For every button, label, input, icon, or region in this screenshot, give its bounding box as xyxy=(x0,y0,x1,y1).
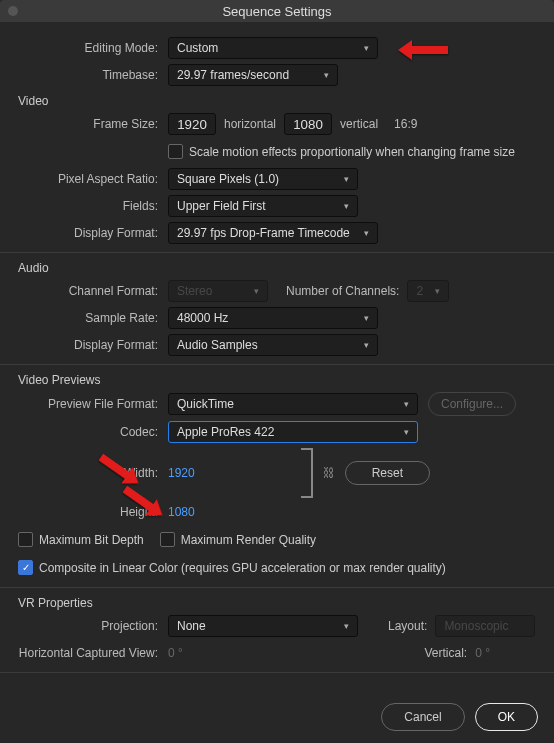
projection-select[interactable]: None ▾ xyxy=(168,615,358,637)
bracket-icon xyxy=(301,448,313,498)
cancel-button[interactable]: Cancel xyxy=(381,703,464,731)
width-label: Width: xyxy=(16,466,168,480)
chevron-down-icon: ▾ xyxy=(364,313,369,323)
preview-file-format-label: Preview File Format: xyxy=(16,397,168,411)
chevron-down-icon: ▾ xyxy=(344,174,349,184)
link-icon[interactable]: ⛓ xyxy=(323,466,335,480)
num-channels-label: Number of Channels: xyxy=(286,284,399,298)
vr-section-header: VR Properties xyxy=(18,596,538,610)
video-display-format-select[interactable]: 29.97 fps Drop-Frame Timecode ▾ xyxy=(168,222,378,244)
projection-label: Projection: xyxy=(16,619,168,633)
timebase-label: Timebase: xyxy=(16,68,168,82)
chevron-down-icon: ▾ xyxy=(344,201,349,211)
editing-mode-label: Editing Mode: xyxy=(16,41,168,55)
titlebar[interactable]: Sequence Settings xyxy=(0,0,554,22)
fields-label: Fields: xyxy=(16,199,168,213)
previews-section-header: Video Previews xyxy=(18,373,538,387)
close-icon[interactable] xyxy=(8,6,18,16)
chevron-down-icon: ▾ xyxy=(404,427,409,437)
checkbox-icon: ✓ xyxy=(18,560,33,575)
frame-size-label: Frame Size: xyxy=(16,117,168,131)
chevron-down-icon: ▾ xyxy=(364,340,369,350)
frame-width-input[interactable] xyxy=(168,113,216,135)
num-channels-select: 2 ▾ xyxy=(407,280,449,302)
scale-motion-checkbox[interactable]: Scale motion effects proportionally when… xyxy=(168,144,515,159)
audio-section-header: Audio xyxy=(18,261,538,275)
channel-format-select: Stereo ▾ xyxy=(168,280,268,302)
checkbox-icon xyxy=(160,532,175,547)
channel-format-label: Channel Format: xyxy=(16,284,168,298)
chevron-down-icon: ▾ xyxy=(364,228,369,238)
sequence-settings-dialog: Sequence Settings Editing Mode: Custom ▾… xyxy=(0,0,554,743)
horizontal-label: horizontal xyxy=(224,117,276,131)
codec-label: Codec: xyxy=(16,425,168,439)
pixel-aspect-label: Pixel Aspect Ratio: xyxy=(16,172,168,186)
chevron-down-icon: ▾ xyxy=(324,70,329,80)
timebase-select[interactable]: 29.97 frames/second ▾ xyxy=(168,64,338,86)
ok-button[interactable]: OK xyxy=(475,703,538,731)
layout-label: Layout: xyxy=(388,619,427,633)
editing-mode-select[interactable]: Custom ▾ xyxy=(168,37,378,59)
pixel-aspect-select[interactable]: Square Pixels (1.0) ▾ xyxy=(168,168,358,190)
max-bit-depth-checkbox[interactable]: Maximum Bit Depth xyxy=(18,532,144,547)
height-value[interactable]: 1080 xyxy=(168,505,195,519)
preview-file-format-select[interactable]: QuickTime ▾ xyxy=(168,393,418,415)
width-value[interactable]: 1920 xyxy=(168,466,195,480)
vertical-label: vertical xyxy=(340,117,378,131)
hcv-label: Horizontal Captured View: xyxy=(16,646,168,660)
vcv-label: Vertical: xyxy=(425,646,468,660)
height-label: Height: xyxy=(16,505,168,519)
video-section-header: Video xyxy=(18,94,538,108)
fields-select[interactable]: Upper Field First ▾ xyxy=(168,195,358,217)
audio-display-format-select[interactable]: Audio Samples ▾ xyxy=(168,334,378,356)
max-render-quality-checkbox[interactable]: Maximum Render Quality xyxy=(160,532,316,547)
sample-rate-label: Sample Rate: xyxy=(16,311,168,325)
aspect-ratio-label: 16:9 xyxy=(394,117,417,131)
layout-select: Monoscopic xyxy=(435,615,535,637)
reset-button[interactable]: Reset xyxy=(345,461,430,485)
audio-display-format-label: Display Format: xyxy=(16,338,168,352)
video-display-format-label: Display Format: xyxy=(16,226,168,240)
codec-select[interactable]: Apple ProRes 422 ▾ xyxy=(168,421,418,443)
chevron-down-icon: ▾ xyxy=(364,43,369,53)
chevron-down-icon: ▾ xyxy=(344,621,349,631)
checkbox-icon xyxy=(168,144,183,159)
sample-rate-select[interactable]: 48000 Hz ▾ xyxy=(168,307,378,329)
checkbox-icon xyxy=(18,532,33,547)
dialog-title: Sequence Settings xyxy=(222,4,331,19)
chevron-down-icon: ▾ xyxy=(404,399,409,409)
hcv-value: 0 ° xyxy=(168,646,183,660)
composite-linear-checkbox[interactable]: ✓ Composite in Linear Color (requires GP… xyxy=(18,560,446,575)
configure-button: Configure... xyxy=(428,392,516,416)
vcv-value: 0 ° xyxy=(475,646,490,660)
chevron-down-icon: ▾ xyxy=(435,286,440,296)
frame-height-input[interactable] xyxy=(284,113,332,135)
chevron-down-icon: ▾ xyxy=(254,286,259,296)
